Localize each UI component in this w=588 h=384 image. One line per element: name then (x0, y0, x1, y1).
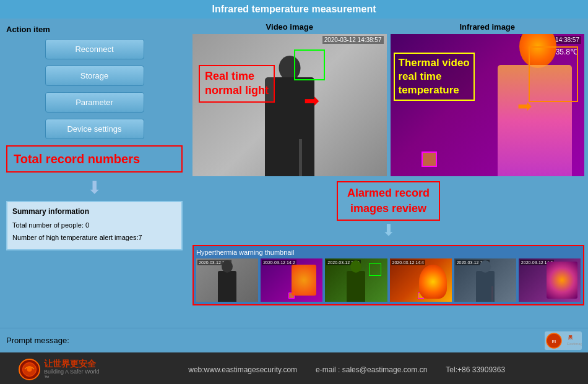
thumbnail-3[interactable]: 2020-03-12 14:3 (325, 258, 387, 302)
footer-logo-circle (19, 359, 40, 380)
thumbnails-section: Hyperthermia warning thumbnail 2020-03-1… (192, 245, 584, 305)
normal-video-box: 2020-03-12 14:38:57 Real time normal lig… (192, 34, 387, 176)
footer-tel: Tel:+86 33909363 (446, 365, 505, 374)
footer-logo-text: 让世界更安全 Building A Safer World ™ (44, 359, 99, 381)
reconnect-button[interactable]: Reconnect (45, 39, 144, 59)
summary-people: Total number of people: 0 (12, 220, 176, 232)
video-labels-row: Video image Infrared image (192, 22, 584, 32)
svg-point-5 (27, 367, 32, 372)
thumb2-timestamp: 2020-03-12 14:2 (262, 260, 296, 265)
svg-text:EI: EI (552, 339, 556, 344)
footer-tm: ™ (44, 375, 99, 380)
thermal-video-box: 2020-03-12 14:38:57 35.8℃ Thermal video … (391, 34, 585, 176)
summary-title: Summary information (12, 207, 176, 216)
svg-text:黑: 黑 (568, 335, 573, 340)
summary-box: Summary information Total number of peop… (6, 201, 183, 250)
alarmed-container: Alarmed record images review ⬇ (192, 181, 584, 240)
thermal-video-label: Thermal video real time temperature (394, 53, 475, 101)
footer-slogan-en: Building A Safer World (44, 369, 99, 375)
svg-text:Eastimage: Eastimage (567, 342, 582, 346)
thumbnail-4[interactable]: 2020-03-12 14:4 (390, 258, 452, 302)
alarmed-label: Alarmed record images review (337, 181, 440, 221)
thumbnails-row: 2020-03-12 14:1 2020-03-12 14:2 2020-03-… (196, 258, 581, 302)
footer-info: web:www.eastimagesecurity.com e-mail : s… (124, 365, 569, 374)
thermal-arrow: ➡ (517, 96, 532, 116)
face-detection-box (294, 49, 325, 80)
app-title: Infrared temperature measurement (212, 4, 376, 14)
action-item-label: Action item (6, 25, 183, 34)
normal-timestamp: 2020-03-12 14:38:57 (322, 36, 384, 44)
real-time-label: Real time normal light (199, 65, 275, 103)
footer: 让世界更安全 Building A Safer World ™ web:www.… (0, 352, 588, 384)
total-record-label: Total record numbers (14, 151, 175, 166)
footer-logo: 让世界更安全 Building A Safer World ™ (19, 359, 99, 381)
device-settings-button[interactable]: Device settings (45, 119, 144, 139)
prompt-label: Prompt message: (6, 336, 69, 345)
right-panel: Video image Infrared image 2020-03-12 14… (189, 19, 588, 328)
thumb4-timestamp: 2020-03-12 14:4 (391, 260, 425, 265)
thumbnail-2[interactable]: 2020-03-12 14:2 (261, 258, 322, 302)
parameter-button[interactable]: Parameter (45, 92, 144, 113)
main-content: Action item Reconnect Storage Parameter … (0, 19, 588, 328)
thumbnail-5[interactable]: 2020-03-12 14:5 (454, 258, 516, 302)
footer-email: e-mail : sales@eastimage.com.cn (316, 365, 427, 374)
total-record-arrow: ⬇ (6, 177, 183, 198)
footer-slogan: 让世界更安全 (44, 359, 99, 369)
title-bar: Infrared temperature measurement (0, 0, 588, 19)
thumbnail-1[interactable]: 2020-03-12 14:1 (196, 258, 258, 302)
thermal-small-box (422, 151, 437, 167)
alarmed-arrow: ⬇ (382, 221, 396, 240)
video-row: 2020-03-12 14:38:57 Real time normal lig… (192, 34, 584, 176)
logo-area: EI 黑 Eastimage (545, 331, 582, 350)
infrared-image-label: Infrared image (391, 22, 585, 32)
total-record-box: Total record numbers (6, 145, 183, 173)
thermal-face-box (529, 46, 578, 102)
video-image-label: Video image (192, 22, 387, 32)
prompt-bar: Prompt message: EI 黑 Eastimage (0, 328, 588, 352)
thumbnail-6[interactable]: 2020-03-12 14:6 (519, 258, 581, 302)
camera-tripod (299, 139, 302, 176)
action-buttons: Reconnect Storage Parameter Device setti… (6, 39, 183, 139)
thumbnails-label: Hyperthermia warning thumbnail (196, 249, 581, 256)
summary-alert: Number of high temperature alert images:… (12, 232, 176, 244)
left-panel: Action item Reconnect Storage Parameter … (0, 19, 189, 328)
storage-button[interactable]: Storage (45, 66, 144, 86)
footer-web: web:www.eastimagesecurity.com (188, 365, 297, 374)
real-time-arrow: ➡ (304, 90, 319, 111)
